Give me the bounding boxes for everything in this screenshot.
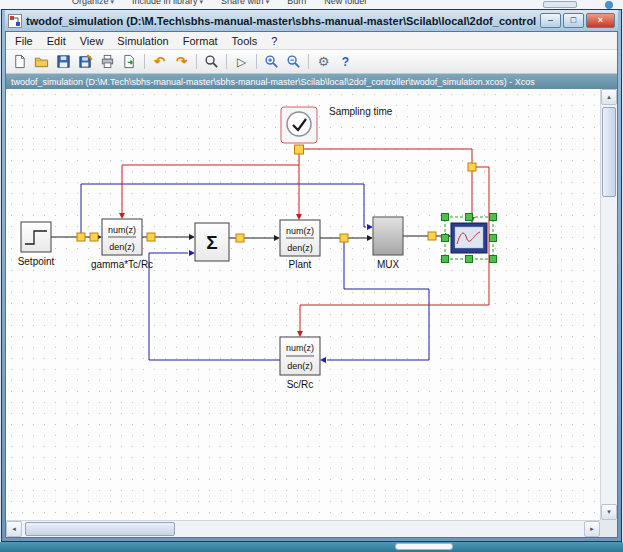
clock-label: Sampling time (329, 106, 393, 117)
toolbar-separator (226, 54, 227, 69)
sum-block[interactable]: Σ (195, 223, 229, 261)
printer-icon (100, 54, 115, 69)
vertical-scroll-thumb[interactable] (602, 107, 616, 197)
zoom-out-icon (286, 54, 301, 69)
zoom-area-button[interactable] (201, 52, 222, 72)
new-diagram-button[interactable] (9, 52, 30, 72)
explorer-include-in-library[interactable]: Include in library▾ (132, 0, 203, 6)
toolbar-separator (144, 54, 145, 69)
clock-block[interactable] (281, 107, 317, 143)
scroll-down-button[interactable]: ▼ (601, 504, 617, 520)
scroll-left-button[interactable]: ◄ (6, 521, 22, 537)
tf-numerator: num(z) (108, 225, 136, 235)
help-button[interactable]: ? (335, 52, 356, 72)
block-diagram: Sampling time Setpoint num(z) den (8, 93, 600, 520)
background-bottom-strip (0, 542, 623, 552)
gamma-label: gamma*Tc/Rc (91, 259, 153, 270)
tf-denominator: den(z) (109, 242, 135, 252)
chevron-down-icon: ▾ (200, 0, 204, 5)
menu-tools[interactable]: Tools (225, 34, 265, 48)
diagram-canvas[interactable]: Sampling time Setpoint num(z) den (6, 89, 600, 520)
menu-format[interactable]: Format (176, 34, 225, 48)
clock-face-icon (287, 112, 311, 136)
undo-button[interactable]: ↶ (149, 52, 170, 72)
chevron-down-icon: ▾ (266, 0, 270, 5)
horizontal-scroll-thumb[interactable] (25, 522, 175, 536)
feedback-links[interactable] (81, 184, 429, 360)
horizontal-scroll-track[interactable] (22, 521, 584, 537)
save-button[interactable] (53, 52, 74, 72)
menu-simulation[interactable]: Simulation (110, 34, 175, 48)
start-simulation-button[interactable]: ▷ (231, 52, 252, 72)
menu-view[interactable]: View (73, 34, 111, 48)
zoom-in-button[interactable] (261, 52, 282, 72)
setpoint-label: Setpoint (18, 256, 55, 267)
tf-numerator: num(z) (286, 343, 314, 353)
scrc-block[interactable]: num(z) den(z) (280, 337, 320, 375)
explorer-help-icon[interactable] (605, 1, 613, 9)
tf-numerator: num(z) (286, 226, 314, 236)
background-taskbar-item (395, 543, 453, 550)
gamma-tcrc-block[interactable]: num(z) den(z) (102, 219, 142, 255)
print-button[interactable] (97, 52, 118, 72)
vertical-scroll-track[interactable] (601, 105, 617, 504)
redo-button[interactable]: ↷ (171, 52, 192, 72)
explorer-new-folder[interactable]: New folder (324, 0, 367, 6)
vertical-scrollbar[interactable]: ▲ ▼ (600, 89, 617, 520)
scroll-up-button[interactable]: ▲ (601, 89, 617, 105)
zoom-out-button[interactable] (283, 52, 304, 72)
chevron-down-icon: ▾ (111, 0, 115, 5)
mux-label: MUX (377, 259, 400, 270)
sum-symbol: Σ (206, 232, 217, 253)
open-button[interactable] (31, 52, 52, 72)
maximize-button[interactable]: □ (563, 13, 584, 28)
window-title: twodof_simulation (D:\M.Tech\sbhs-manual… (26, 15, 536, 27)
setpoint-block[interactable] (21, 222, 51, 252)
explorer-organize[interactable]: Organize▾ (72, 0, 114, 6)
xcos-app-icon (8, 14, 22, 28)
diagram-path: twodof_simulation (D:\M.Tech\sbhs-manual… (11, 77, 535, 87)
screen: Organize▾ Include in library▾ Share with… (0, 0, 623, 552)
toolbar-separator (308, 54, 309, 69)
scroll-right-button[interactable]: ► (584, 521, 600, 537)
mux-block[interactable] (373, 217, 403, 255)
toolbar-separator (256, 54, 257, 69)
plant-block[interactable]: num(z) den(z) (280, 220, 320, 256)
tf-denominator: den(z) (287, 243, 313, 253)
scrollbar-corner (600, 520, 617, 537)
menu-file[interactable]: File (8, 34, 40, 48)
scope-block[interactable] (451, 223, 487, 253)
new-file-icon (12, 54, 27, 69)
toolbar: ↶ ↷ ▷ ⚙ ? (6, 50, 617, 74)
xcos-path-bar: twodof_simulation (D:\M.Tech\sbhs-manual… (6, 74, 617, 89)
palettes-button[interactable]: ⚙ (313, 52, 334, 72)
magnifier-icon (204, 54, 219, 69)
title-bar[interactable]: twodof_simulation (D:\M.Tech\sbhs-manual… (5, 10, 618, 31)
window-body: File Edit View Simulation Format Tools ? (5, 31, 618, 538)
canvas-area: Sampling time Setpoint num(z) den (6, 89, 617, 537)
export-icon (122, 54, 137, 69)
open-folder-icon (34, 54, 49, 69)
toolbar-separator (196, 54, 197, 69)
menu-edit[interactable]: Edit (40, 34, 73, 48)
tf-denominator: den(z) (287, 361, 313, 371)
background-explorer-toolbar: Organize▾ Include in library▾ Share with… (0, 0, 623, 9)
explorer-share-with[interactable]: Share with▾ (221, 0, 269, 6)
save-as-disk-icon (78, 54, 93, 69)
explorer-burn[interactable]: Burn (287, 0, 306, 6)
save-as-button[interactable] (75, 52, 96, 72)
menu-help[interactable]: ? (264, 34, 284, 48)
menu-bar: File Edit View Simulation Format Tools ? (6, 32, 617, 50)
minimize-button[interactable]: – (540, 13, 561, 28)
export-button[interactable] (119, 52, 140, 72)
zoom-in-icon (264, 54, 279, 69)
scrc-label: Sc/Rc (287, 379, 314, 390)
plant-label: Plant (289, 259, 312, 270)
save-disk-icon (56, 54, 71, 69)
explorer-view-switcher[interactable] (543, 1, 577, 8)
close-button[interactable]: × (586, 13, 615, 28)
xcos-window: twodof_simulation (D:\M.Tech\sbhs-manual… (1, 9, 622, 542)
horizontal-scrollbar[interactable]: ◄ ► (6, 520, 600, 537)
